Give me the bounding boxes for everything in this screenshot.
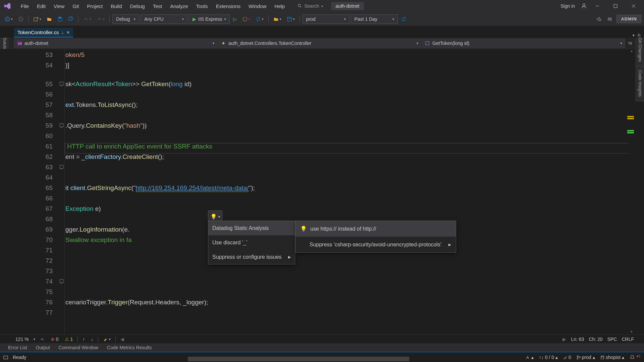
nav-back-button[interactable]: ▾: [3, 14, 15, 24]
cursor-line: Ln: 63: [571, 337, 584, 342]
pin-icon[interactable]: ⟂: [61, 30, 64, 35]
menu-build[interactable]: Build: [107, 2, 125, 10]
signin-link[interactable]: Sign in: [557, 2, 578, 10]
editor-tab-bar: TokenController.cs ⟂ ✕ ▾: [0, 26, 644, 38]
redo-button[interactable]: ▾: [95, 14, 107, 24]
code-metrics-tab[interactable]: Code Metrics Results: [103, 344, 156, 351]
warning-count[interactable]: ⚠1: [63, 336, 74, 343]
command-window-tab[interactable]: Command Window: [55, 344, 102, 351]
svg-point-22: [577, 356, 578, 357]
indent-mode[interactable]: SPC: [607, 337, 617, 342]
solution-name[interactable]: auth-dotnet: [331, 2, 364, 10]
close-icon[interactable]: ✕: [66, 30, 70, 35]
quickfix-use-discard[interactable]: Use discard '_': [208, 235, 295, 250]
menu-view[interactable]: View: [50, 2, 68, 10]
scroll-up-icon[interactable]: ▲: [629, 49, 635, 54]
share-button[interactable]: [594, 14, 603, 24]
error-list-tab[interactable]: Error List: [4, 344, 31, 351]
source-control-icon[interactable]: ▴: [525, 355, 534, 360]
output-tab[interactable]: Output: [32, 344, 54, 351]
nav-forward-button[interactable]: [16, 14, 25, 24]
nav-up-button[interactable]: ↑: [81, 336, 86, 343]
menu-edit[interactable]: Edit: [34, 2, 49, 10]
submenu-suppress-rule[interactable]: Suppress 'csharp-security/avoid-unencryp…: [296, 237, 456, 252]
file-tab-tokencontroller[interactable]: TokenController.cs ⟂ ✕: [14, 27, 73, 38]
refresh-button[interactable]: ▾: [254, 14, 266, 24]
save-all-button[interactable]: [66, 14, 75, 24]
new-item-button[interactable]: +▾: [31, 14, 43, 24]
line-gutter: 53 54 55 56 57 58 59 60 61 62 63 64 65 6…: [0, 49, 59, 335]
tab-settings-icon[interactable]: [637, 33, 641, 38]
minimize-button[interactable]: [590, 1, 605, 11]
menu-git[interactable]: Git: [69, 2, 82, 10]
env-dropdown[interactable]: prod▾: [303, 14, 350, 24]
refresh-data-button[interactable]: [399, 14, 409, 24]
menu-debug[interactable]: Debug: [127, 2, 148, 10]
save-button[interactable]: [55, 14, 65, 24]
start-without-debug-button[interactable]: ▷: [231, 14, 239, 24]
code-editor[interactable]: 53 54 55 56 57 58 59 60 61 62 63 64 65 6…: [0, 49, 644, 335]
folding-margin[interactable]: [59, 49, 65, 335]
menu-project[interactable]: Project: [84, 2, 106, 10]
hscroll-right-icon[interactable]: ▶: [562, 337, 566, 342]
class-nav-dropdown[interactable]: auth_dotnet.Controllers.TokenController▾: [218, 39, 421, 48]
menu-test[interactable]: Test: [150, 2, 166, 10]
pending-changes[interactable]: 0: [563, 355, 571, 360]
brush-button[interactable]: ▾: [102, 336, 112, 342]
output-pane-icon[interactable]: [3, 355, 8, 360]
window-layout-button[interactable]: ▾: [285, 14, 297, 24]
user-icon[interactable]: [581, 3, 587, 9]
zoom-level[interactable]: 121 %: [14, 336, 30, 343]
search-icon: [298, 4, 302, 8]
config-dropdown[interactable]: Debug▾: [112, 14, 139, 24]
timerange-dropdown[interactable]: Past 1 Day▾: [351, 14, 398, 24]
menu-help[interactable]: Help: [271, 2, 288, 10]
line-ending[interactable]: CRLF: [622, 337, 634, 342]
run-button[interactable]: ▶IIS Express▾: [189, 14, 230, 24]
code-area[interactable]: oken/5 )] sk<ActionResult<Token>> GetTok…: [65, 49, 644, 335]
folder-button[interactable]: ▾: [271, 14, 283, 24]
ready-status: Ready: [13, 355, 26, 360]
member-nav-dropdown[interactable]: GetToken(long id)▾: [422, 39, 625, 48]
swap-icon[interactable]: [626, 41, 635, 46]
menu-extensions[interactable]: Extensions: [213, 2, 244, 10]
horizontal-scrollbar[interactable]: [188, 357, 409, 361]
svg-line-1: [300, 6, 302, 8]
project-nav-dropdown[interactable]: C# auth-dotnet▾: [14, 39, 217, 48]
platform-dropdown[interactable]: Any CPU▾: [141, 14, 187, 24]
quickfix-submenu: 💡 use https:// instead of http:// Suppre…: [295, 221, 456, 253]
tab-overflow-icon[interactable]: ▾: [633, 33, 635, 38]
repo-status[interactable]: shopist ▴: [600, 355, 624, 360]
submenu-use-https[interactable]: 💡 use https:// instead of http://: [296, 221, 456, 237]
nav-down-button[interactable]: ↓: [90, 336, 95, 343]
svg-point-16: [610, 18, 611, 19]
svg-text:C#: C#: [18, 42, 22, 45]
menu-analyze[interactable]: Analyze: [167, 2, 191, 10]
menu-window[interactable]: Window: [245, 2, 270, 10]
health-icon[interactable]: [39, 336, 46, 342]
notifications-icon[interactable]: ●1: [630, 355, 641, 360]
maximize-button[interactable]: [608, 1, 623, 11]
svg-rect-11: [59, 17, 61, 18]
live-share-button[interactable]: [605, 14, 614, 24]
main-toolbar: ▾ +▾ ▾ ▾ Debug▾ Any CPU▾ ▶IIS Express▾ ▷…: [0, 12, 644, 26]
undo-button[interactable]: ▾: [81, 14, 93, 24]
hot-reload-button[interactable]: ▾: [240, 14, 252, 24]
menu-file[interactable]: File: [17, 2, 32, 10]
quickfix-suppress-configure[interactable]: Suppress or configure issues▸: [208, 250, 295, 264]
tab-filename: TokenController.cs: [17, 29, 59, 35]
svg-rect-25: [601, 356, 604, 359]
branch-status[interactable]: prod ▴: [577, 355, 595, 360]
close-button[interactable]: [626, 1, 641, 11]
error-count[interactable]: ⊗0: [49, 336, 60, 343]
editor-status-strip: 121 % ▾ ⊗0 ⚠1 ↑ ↓ ▾ ◀ ▶ Ln: 63 Ch: 20 SP…: [0, 335, 644, 343]
search-box[interactable]: Search ▾: [295, 3, 325, 9]
menu-tools[interactable]: Tools: [193, 2, 211, 10]
open-button[interactable]: [45, 14, 54, 24]
hscroll-left-icon[interactable]: ◀: [119, 336, 125, 343]
quickfix-header[interactable]: Datadog Static Analysis: [208, 221, 295, 235]
svg-rect-4: [614, 4, 617, 8]
cursor-char: Ch: 20: [589, 337, 602, 342]
scroll-down-icon[interactable]: ▼: [629, 330, 635, 335]
sync-status[interactable]: ↑↓ 0 / 0 ▴: [539, 355, 558, 360]
